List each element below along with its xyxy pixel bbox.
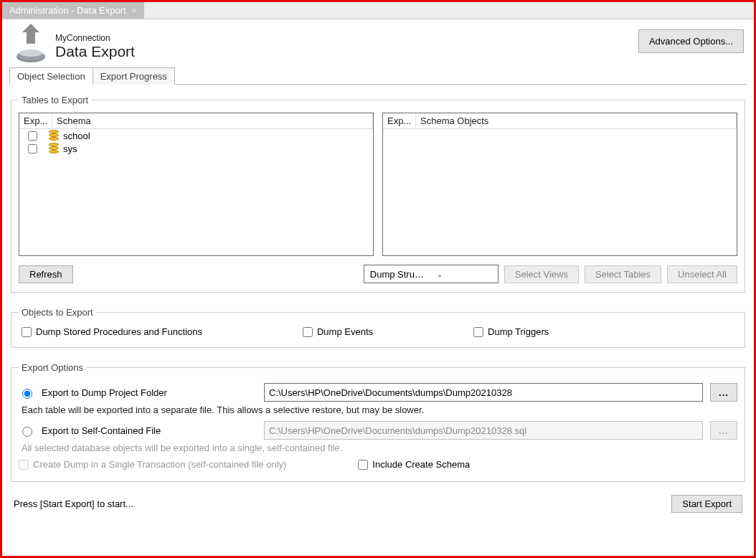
schema-row-checkbox[interactable] <box>28 144 37 153</box>
document-tab-strip: Administration - Data Export × <box>2 2 754 19</box>
schema-col-export: Exp... <box>19 113 52 128</box>
single-transaction-checkbox: Create Dump in a Single Transaction (sel… <box>19 459 286 470</box>
export-folder-path[interactable] <box>264 383 703 402</box>
export-options-legend: Export Options <box>19 362 86 373</box>
export-file-radio[interactable] <box>22 427 32 437</box>
dump-type-value: Dump Structure and Dat <box>364 269 431 280</box>
database-icon <box>49 143 59 154</box>
export-file-label: Export to Self-Contained File <box>42 425 257 436</box>
unselect-all-button[interactable]: Unselect All <box>667 265 737 283</box>
export-folder-hint: Each table will be exported into a separ… <box>22 405 737 415</box>
document-tab-admin-export[interactable]: Administration - Data Export × <box>2 2 144 19</box>
dump-procs-checkbox[interactable]: Dump Stored Procedures and Functions <box>22 326 202 337</box>
document-tab-title: Administration - Data Export <box>9 5 126 16</box>
schema-row-name: school <box>63 131 90 141</box>
include-create-schema-checkbox[interactable]: Include Create Schema <box>358 459 470 470</box>
advanced-options-button[interactable]: Advanced Options... <box>638 29 744 53</box>
schema-list[interactable]: Exp... Schema school sys <box>19 113 374 256</box>
dump-type-select[interactable]: Dump Structure and Dat ⌄ <box>364 265 499 283</box>
schema-row[interactable]: sys <box>19 142 373 155</box>
export-file-hint: All selected database objects will be ex… <box>22 443 737 453</box>
export-file-path <box>264 421 703 440</box>
schema-objects-list[interactable]: Exp... Schema Objects <box>382 113 737 256</box>
close-icon[interactable]: × <box>132 6 137 15</box>
select-tables-button[interactable]: Select Tables <box>585 265 661 283</box>
schema-col-schema: Schema <box>52 113 373 128</box>
export-icon <box>14 29 48 64</box>
refresh-button[interactable]: Refresh <box>19 265 73 283</box>
browse-folder-button[interactable]: ... <box>710 383 737 402</box>
status-text: Press [Start Export] to start... <box>14 498 133 509</box>
chevron-down-icon: ⌄ <box>431 270 498 278</box>
objects-col-export: Exp... <box>383 113 416 128</box>
export-folder-label: Export to Dump Project Folder <box>42 387 257 398</box>
export-folder-radio[interactable] <box>22 389 32 399</box>
dump-triggers-checkbox[interactable]: Dump Triggers <box>473 326 549 337</box>
tables-to-export-legend: Tables to Export <box>19 95 91 105</box>
objects-to-export-group: Objects to Export Dump Stored Procedures… <box>11 307 745 348</box>
tables-to-export-group: Tables to Export Exp... Schema school <box>11 95 745 293</box>
database-icon <box>49 130 59 141</box>
objects-to-export-legend: Objects to Export <box>19 307 96 318</box>
schema-row-name: sys <box>63 143 77 154</box>
tab-export-progress[interactable]: Export Progress <box>93 67 175 85</box>
connection-name: MyConnection <box>55 33 135 43</box>
objects-col-objects: Schema Objects <box>416 113 737 128</box>
schema-row[interactable]: school <box>19 129 373 142</box>
page-title: Data Export <box>55 43 135 60</box>
select-views-button[interactable]: Select Views <box>504 265 579 283</box>
export-options-group: Export Options Export to Dump Project Fo… <box>11 362 745 482</box>
tab-object-selection[interactable]: Object Selection <box>9 67 93 85</box>
browse-file-button: ... <box>710 421 737 440</box>
start-export-button[interactable]: Start Export <box>671 495 742 513</box>
dump-events-checkbox[interactable]: Dump Events <box>303 326 373 337</box>
schema-row-checkbox[interactable] <box>28 131 37 141</box>
